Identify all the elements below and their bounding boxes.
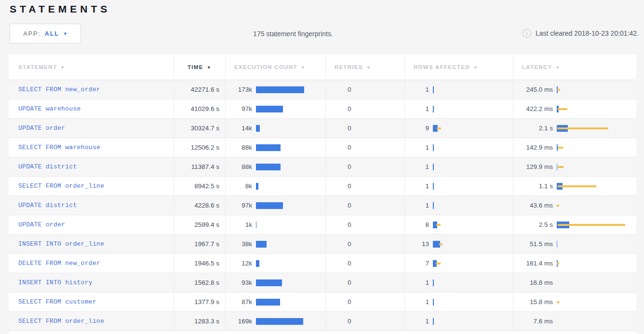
execution-count-value: 93k [226, 279, 252, 286]
retries-cell: 0 [325, 312, 404, 331]
statement-link[interactable]: INSERT INTO order_line [9, 235, 174, 253]
latency-cell: 245.0 ms [513, 80, 636, 99]
statement-link[interactable]: UPDATE order [9, 215, 174, 234]
time-cell: 8942.5 s [174, 177, 225, 195]
statement-link[interactable]: SELECT FROM customer [9, 292, 174, 311]
execution-count-cell: 14k [225, 119, 325, 138]
rows-affected-bar-area [433, 183, 513, 190]
table-body: SELECT FROM new_order 42271.6 s 173k 0 1… [9, 80, 636, 331]
rows-affected-stddev-bar [436, 263, 441, 264]
execution-count-value: 87k [226, 298, 252, 306]
time-cell: 1946.5 s [174, 254, 225, 273]
latency-value: 51.5 ms [513, 240, 553, 248]
rows-affected-value: 1 [405, 298, 429, 306]
execution-count-bar-area [256, 279, 325, 286]
execution-count-bar-area [256, 125, 325, 132]
table-row: UPDATE order 30324.7 s 14k 0 9 2.1 s [9, 119, 636, 138]
retries-cell: 0 [325, 254, 404, 273]
execution-count-bar-area [256, 183, 325, 190]
time-cell: 2599.4 s [174, 215, 225, 234]
execution-count-bar [256, 318, 303, 325]
execution-count-bar [256, 183, 258, 190]
info-icon[interactable]: i [523, 29, 531, 38]
column-header-label: RETRIES [335, 64, 363, 70]
statement-link[interactable]: INSERT INTO history [9, 273, 174, 292]
execution-count-bar-area [256, 86, 325, 93]
rows-affected-bar [433, 279, 434, 286]
execution-count-bar [256, 279, 282, 286]
table-row: UPDATE district 4228.6 s 97k 0 1 43.6 ms [9, 196, 636, 215]
latency-value: 7.6 ms [513, 318, 553, 325]
time-cell: 42271.6 s [174, 80, 225, 99]
latency-bar-area [557, 222, 636, 228]
time-cell: 1283.3 s [174, 312, 225, 331]
latency-bar-area [557, 202, 636, 209]
retries-cell: 0 [325, 215, 404, 234]
sort-caret-icon: ▼ [60, 65, 65, 70]
rows-affected-value: 1 [405, 318, 429, 325]
statement-link[interactable]: SELECT FROM warehouse [9, 138, 174, 157]
table-row: DELETE FROM new_order 1946.5 s 12k 0 7 1… [9, 254, 636, 273]
column-header-statement[interactable]: STATEMENT ▼ [9, 55, 174, 80]
sort-caret-icon: ▼ [301, 65, 306, 70]
statement-link[interactable]: UPDATE district [9, 157, 174, 176]
rows-affected-bar-area [433, 299, 513, 306]
sort-caret-icon: ▼ [556, 65, 561, 70]
rows-affected-cell: 1 [404, 177, 513, 195]
latency-stddev-bar [558, 108, 567, 110]
execution-count-value: 14k [226, 125, 252, 132]
latency-cell: 16.8 ms [513, 273, 636, 292]
latency-cell: 2.5 s [513, 215, 636, 234]
rows-affected-value: 1 [405, 202, 429, 209]
rows-affected-bar [433, 144, 434, 151]
latency-cell: 43.6 ms [513, 196, 636, 215]
statement-link[interactable]: UPDATE order [9, 119, 174, 138]
rows-affected-bar [433, 202, 434, 209]
statement-link[interactable]: SELECT FROM new_order [9, 80, 174, 99]
execution-count-value: 97k [226, 105, 252, 112]
rows-affected-cell: 9 [404, 119, 513, 138]
rows-affected-value: 13 [405, 240, 429, 248]
time-cell: 41029.6 s [174, 99, 225, 118]
column-header-execution-count[interactable]: EXECUTION COUNT ▼ [225, 55, 325, 80]
column-header-retries[interactable]: RETRIES ▼ [325, 55, 404, 80]
column-header-time[interactable]: TIME ▼ [174, 55, 225, 80]
time-cell: 1377.9 s [174, 292, 225, 311]
execution-count-bar-area [256, 164, 325, 170]
statement-link[interactable]: UPDATE district [9, 196, 174, 215]
execution-count-bar [256, 202, 283, 209]
statement-link[interactable]: UPDATE warehouse [9, 99, 174, 118]
execution-count-value: 1k [226, 221, 252, 228]
column-header-label: TIME [188, 64, 203, 70]
last-cleared-text: Last cleared 2018-10-23 20:01:42. [536, 29, 639, 37]
execution-count-cell: 87k [225, 292, 325, 311]
latency-cell: 161.4 ms [513, 254, 636, 273]
time-cell: 4228.6 s [174, 196, 225, 215]
latency-stddev-bar [557, 263, 559, 264]
statement-link[interactable]: SELECT FROM order_line [9, 312, 174, 331]
latency-bar-area [557, 86, 636, 93]
rows-affected-stddev-bar [436, 224, 441, 226]
column-header-rows-affected[interactable]: ROWS AFFECTED ▼ [404, 55, 513, 80]
rows-affected-value: 7 [405, 260, 429, 267]
retries-cell: 0 [325, 235, 404, 253]
rows-affected-bar-area [433, 279, 513, 286]
table-row: SELECT FROM order_line 8942.5 s 8k 0 1 1… [9, 177, 636, 196]
statement-link[interactable]: SELECT FROM order_line [9, 177, 174, 195]
execution-count-value: 173k [226, 86, 252, 93]
execution-count-bar-area [256, 144, 325, 151]
column-header-latency[interactable]: LATENCY ▼ [513, 55, 636, 80]
rows-affected-bar-area [433, 144, 513, 151]
latency-cell: 7.6 ms [513, 312, 636, 331]
rows-affected-value: 1 [405, 105, 429, 112]
table-row: SELECT FROM new_order 42271.6 s 173k 0 1… [9, 80, 636, 99]
rows-affected-cell: 8 [404, 215, 513, 234]
execution-count-cell: 88k [225, 138, 325, 157]
statement-link[interactable]: DELETE FROM new_order [9, 254, 174, 273]
execution-count-bar [256, 144, 281, 151]
execution-count-cell: 173k [225, 80, 325, 99]
execution-count-cell: 1k [225, 215, 325, 234]
rows-affected-bar-area [433, 86, 513, 93]
latency-bar-area [557, 241, 636, 248]
latency-stddev-bar [558, 185, 596, 187]
